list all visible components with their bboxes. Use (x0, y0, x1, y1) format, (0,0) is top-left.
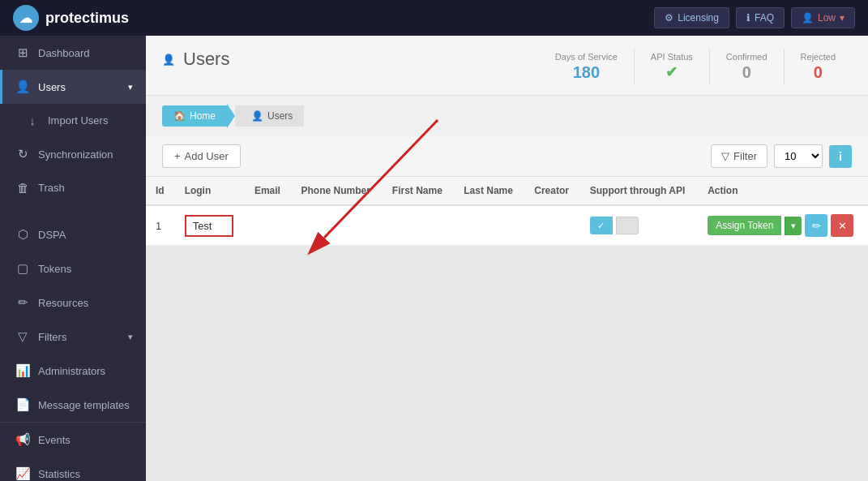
navbar-right: ⚙ Licensing ℹ FAQ 👤 Low ▾ (654, 7, 855, 28)
per-page-select[interactable]: 10 25 50 100 (774, 144, 823, 168)
chevron-down-icon-filters: ▾ (128, 332, 133, 342)
brand-name: protectimus (45, 10, 129, 27)
login-value: Test (185, 215, 233, 237)
filter-button[interactable]: ▽ Filter (711, 144, 768, 168)
add-icon: + (174, 150, 181, 162)
breadcrumb: 🏠 Home 👤 Users (146, 96, 868, 136)
breadcrumb-separator (227, 104, 235, 128)
sidebar-bottom: 📢 Events 📈 Statistics (0, 422, 146, 481)
sidebar-label-resources: Resources (38, 297, 88, 309)
main-layout: ⊞ Dashboard 👤 Users ▾ ↓ Import Users ↻ S… (0, 36, 868, 481)
col-firstname: First Name (383, 177, 454, 205)
sidebar-item-users[interactable]: 👤 Users ▾ (0, 70, 146, 104)
home-icon: 🏠 (173, 110, 186, 122)
breadcrumb-users[interactable]: 👤 Users (235, 105, 304, 127)
trash-icon: 🗑 (15, 181, 30, 195)
users-icon: 👤 (15, 79, 30, 94)
chevron-down-icon: ▾ (128, 82, 133, 92)
sidebar-label-tokens: Tokens (38, 263, 71, 275)
cell-login: Test (175, 205, 245, 246)
confirmed-value: 0 (726, 63, 768, 82)
stat-days-of-service: Days of Service 180 (539, 49, 634, 85)
table-row: 1 Test (146, 205, 868, 246)
sidebar-label-message-templates: Message templates (38, 399, 130, 411)
add-user-button[interactable]: + Add User (162, 144, 241, 168)
info-icon: i (839, 150, 842, 163)
import-icon: ↓ (25, 114, 40, 127)
sidebar-label-import-users: Import Users (48, 114, 108, 127)
breadcrumb-home[interactable]: 🏠 Home (162, 105, 227, 127)
sidebar-item-import-users[interactable]: ↓ Import Users (0, 104, 146, 137)
admins-icon: 📊 (15, 363, 30, 378)
templates-icon: 📄 (15, 397, 30, 412)
col-support-api: Support through API (580, 177, 698, 205)
col-email: Email (245, 177, 292, 205)
col-login: Login (175, 177, 245, 205)
edit-button[interactable]: ✏ (805, 214, 827, 237)
cell-phone (291, 205, 382, 246)
rejected-value: 0 (801, 63, 836, 82)
toggle-off-button[interactable] (616, 217, 639, 234)
col-id: Id (146, 177, 175, 205)
user-menu-button[interactable]: 👤 Low ▾ (791, 7, 855, 28)
content-area: 👤 Users Days of Service 180 API Status ✔… (146, 36, 868, 481)
page-title-icon: 👤 (162, 54, 175, 66)
page-title-area: 👤 Users (162, 49, 229, 70)
sync-icon: ↻ (15, 147, 30, 161)
sidebar-label-dashboard: Dashboard (38, 47, 90, 59)
sidebar-label-synchronization: Synchronization (38, 148, 113, 161)
navbar: ☁ protectimus ⚙ Licensing ℹ FAQ 👤 Low ▾ (0, 0, 868, 36)
col-lastname: Last Name (454, 177, 524, 205)
sidebar-label-administrators: Administrators (38, 365, 105, 377)
sidebar-item-synchronization[interactable]: ↻ Synchronization (0, 137, 146, 171)
action-area: Assign Token ▾ ✏ ✕ (708, 214, 858, 237)
cell-email (245, 205, 292, 246)
user-icon: 👤 (802, 12, 814, 24)
cell-action: Assign Token ▾ ✏ ✕ (698, 205, 868, 246)
rejected-label: Rejected (801, 52, 836, 62)
confirmed-label: Confirmed (726, 52, 768, 62)
sidebar-item-message-templates[interactable]: 📄 Message templates (0, 388, 146, 422)
assign-token-dropdown[interactable]: ▾ (785, 217, 802, 235)
sidebar-item-filters[interactable]: ▽ Filters ▾ (0, 320, 146, 354)
assign-token-button[interactable]: Assign Token (708, 216, 781, 235)
faq-button[interactable]: ℹ FAQ (736, 7, 785, 28)
stats-area: Days of Service 180 API Status ✔ Confirm… (539, 49, 852, 85)
sidebar-item-administrators[interactable]: 📊 Administrators (0, 354, 146, 388)
filters-icon: ▽ (15, 329, 30, 344)
page-title: Users (183, 49, 229, 70)
days-of-service-value: 180 (555, 63, 618, 82)
info-button[interactable]: i (829, 145, 852, 168)
sidebar-item-resources[interactable]: ✏ Resources (0, 286, 146, 320)
stat-api-status: API Status ✔ (634, 49, 709, 85)
sidebar-label-users: Users (38, 81, 66, 93)
sidebar: ⊞ Dashboard 👤 Users ▾ ↓ Import Users ↻ S… (0, 36, 146, 481)
api-status-value: ✔ (651, 63, 693, 81)
days-of-service-label: Days of Service (555, 52, 618, 62)
breadcrumb-home-label: Home (190, 110, 216, 122)
sidebar-item-dspa[interactable]: ⬡ DSPA (0, 217, 146, 251)
sidebar-label-dspa: DSPA (38, 229, 66, 241)
stat-rejected: Rejected 0 (784, 49, 852, 85)
delete-button[interactable]: ✕ (831, 214, 853, 237)
licensing-button[interactable]: ⚙ Licensing (654, 7, 729, 28)
resources-icon: ✏ (15, 295, 30, 310)
logo-icon: ☁ (13, 5, 39, 31)
chevron-down-icon: ▾ (840, 12, 844, 24)
api-status-label: API Status (651, 52, 693, 62)
page-header: 👤 Users Days of Service 180 API Status ✔… (146, 36, 868, 96)
sidebar-item-tokens[interactable]: ▢ Tokens (0, 251, 146, 286)
table-area: Id Login Email Phone Number First Name L… (146, 177, 868, 246)
sidebar-item-dashboard[interactable]: ⊞ Dashboard (0, 36, 146, 70)
table-wrapper: Id Login Email Phone Number First Name L… (146, 177, 868, 246)
col-action: Action (698, 177, 868, 205)
users-crumb-icon: 👤 (251, 110, 263, 122)
toolbar: + Add User ▽ Filter 10 25 50 100 (146, 136, 868, 177)
stat-confirmed: Confirmed 0 (709, 49, 784, 85)
cell-support-api: ✓ (580, 205, 698, 246)
sidebar-item-statistics[interactable]: 📈 Statistics (0, 457, 146, 481)
sidebar-item-trash[interactable]: 🗑 Trash (0, 171, 146, 204)
add-user-label: Add User (185, 150, 229, 162)
toggle-on-button[interactable]: ✓ (590, 217, 613, 234)
sidebar-item-events[interactable]: 📢 Events (0, 423, 146, 457)
